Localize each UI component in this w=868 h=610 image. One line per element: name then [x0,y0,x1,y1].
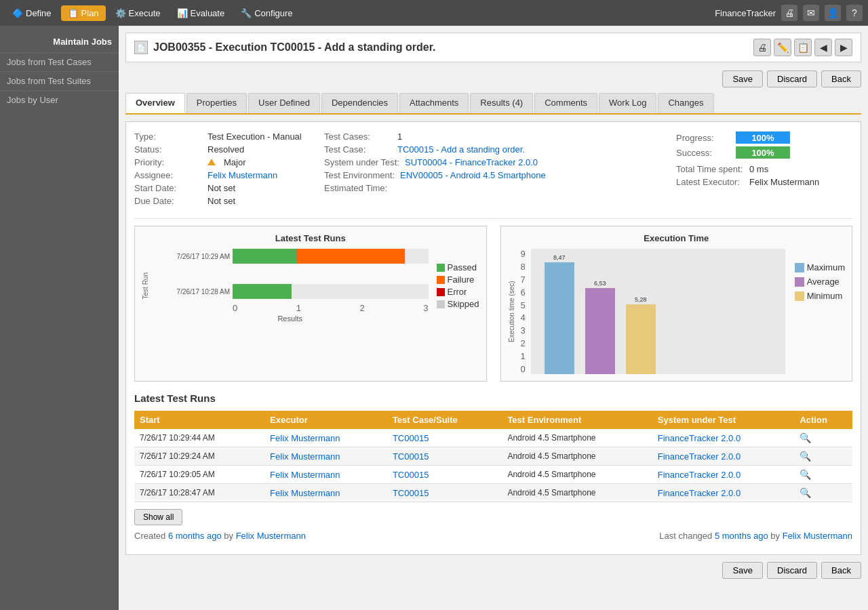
last-changed-time-link[interactable]: 5 months ago [715,531,768,541]
latest-executor-value: Felix Mustermann [749,177,819,187]
edit-button[interactable]: ✏️ [774,39,791,56]
legend-skipped: Skipped [437,299,479,309]
exec-y-ticks: 9876543210 [521,249,527,374]
testcase-link-2[interactable]: TC00015 [393,470,429,480]
col-start: Start [134,411,264,429]
bottom-back-button[interactable]: Back [821,562,861,579]
testcase-link-0[interactable]: TC00015 [393,433,429,443]
start-date-label: Start Date: [134,183,202,193]
execution-time-chart: Execution Time Execution time (sec) 9876… [500,226,853,382]
top-right-area: FinanceTracker 🖨 ✉ 👤 ? [715,5,863,21]
tab-results[interactable]: Results (4) [470,93,533,113]
bar-avg-fill [585,288,615,374]
created-user-link[interactable]: Felix Mustermann [236,531,306,541]
sut-value[interactable]: SUT00004 - FinanceTracker 2.0.0 [405,157,538,167]
bar-failure-1 [297,249,405,264]
sidebar-item-jobs-from-test-suites[interactable]: Jobs from Test Suites [0,71,119,90]
sut-link-0[interactable]: FinanceTracker 2.0.0 [658,433,741,443]
test-cases-value: 1 [397,131,402,142]
latest-test-runs-chart: Latest Test Runs Test Run 7/26/17 10:29 … [134,226,487,382]
cell-executor-3: Felix Mustermann [264,484,387,502]
view-icon-2[interactable]: 🔍 [800,469,811,480]
tab-properties[interactable]: Properties [186,93,247,113]
cell-start-2: 7/26/17 10:29:05 AM [134,466,264,484]
nav-configure[interactable]: 🔧 Configure [234,5,299,21]
back-arrow-icon[interactable]: ◀ [814,39,832,56]
legend-failure-color [437,276,445,284]
view-icon-0[interactable]: 🔍 [800,432,811,443]
progress-label: Progress: [676,133,730,143]
forward-arrow-icon[interactable]: ▶ [835,39,852,56]
tab-changes[interactable]: Changes [658,93,713,113]
cell-executor-2: Felix Mustermann [264,466,387,484]
tab-comments[interactable]: Comments [534,93,597,113]
page-header: 📄 JOB00355 - Execution TC00015 - Add a s… [125,33,861,62]
copy-button[interactable]: 📋 [794,39,812,56]
back-button[interactable]: Back [821,70,861,87]
test-case-value[interactable]: TC00015 - Add a standing order. [397,144,525,155]
executor-link-1[interactable]: Felix Mustermann [270,451,340,462]
job-icon: 📄 [134,41,148,54]
last-changed-user-link[interactable]: Felix Mustermann [783,531,852,541]
nav-evaluate[interactable]: 📊 Evaluate [170,5,232,21]
bar-label-1: 7/26/17 10:29 AM [152,253,230,260]
sut-link-2[interactable]: FinanceTracker 2.0.0 [658,470,741,480]
success-label: Success: [676,148,730,158]
view-icon-1[interactable]: 🔍 [800,451,811,462]
sidebar: Maintain Jobs Jobs from Test Cases Jobs … [0,26,119,610]
tab-dependencies[interactable]: Dependencies [321,93,398,113]
cell-sut-1: FinanceTracker 2.0.0 [652,447,795,466]
bottom-action-bar: Save Discard Back [125,555,861,584]
user-icon[interactable]: 👤 [825,5,841,21]
tab-work-log[interactable]: Work Log [599,93,656,113]
success-bar: 100% [736,146,790,159]
exec-legend-avg-color [795,277,804,287]
sidebar-item-jobs-from-test-cases[interactable]: Jobs from Test Cases [0,52,119,71]
tab-overview[interactable]: Overview [125,93,185,113]
nav-plan[interactable]: 📋 Plan [61,5,106,21]
right-info-column: Progress: 100% Success: 100% Total Time … [676,130,852,207]
show-all-button[interactable]: Show all [134,509,182,525]
due-date-value: Not set [208,196,235,206]
exec-legend-max-color [795,263,804,272]
exec-legend-min: Minimum [795,291,845,301]
estimated-time-label: Estimated Time: [324,183,392,193]
priority-label: Priority: [134,157,202,167]
executor-link-3[interactable]: Felix Mustermann [270,488,340,498]
sut-link-1[interactable]: FinanceTracker 2.0.0 [658,451,741,462]
charts-section: Latest Test Runs Test Run 7/26/17 10:29 … [134,218,852,382]
testcase-link-1[interactable]: TC00015 [393,451,429,462]
bar-label-2: 7/26/17 10:28 AM [152,288,230,296]
configure-icon: 🔧 [241,8,252,18]
top-navigation: 🔷 Define 📋 Plan ⚙️ Execute 📊 Evaluate 🔧 … [0,0,868,26]
nav-define[interactable]: 🔷 Define [5,5,58,21]
testcase-link-3[interactable]: TC00015 [393,488,429,498]
print-icon[interactable]: 🖨 [781,5,797,21]
sut-link-3[interactable]: FinanceTracker 2.0.0 [658,488,741,498]
total-time-value: 0 ms [749,164,768,174]
help-icon[interactable]: ? [846,5,863,21]
view-icon-3[interactable]: 🔍 [800,487,811,498]
save-button[interactable]: Save [722,70,763,87]
test-runs-chart-title: Latest Test Runs [142,233,479,243]
sidebar-item-jobs-by-user[interactable]: Jobs by User [0,90,119,109]
bar-max-fill [545,262,574,374]
assignee-value[interactable]: Felix Mustermann [208,170,277,180]
print-button[interactable]: 🖨 [753,39,771,56]
execute-icon: ⚙️ [115,8,126,18]
cell-testenv-3: Android 4.5 Smartphone [502,484,652,502]
executor-link-0[interactable]: Felix Mustermann [270,433,340,443]
test-env-value[interactable]: ENV00005 - Android 4.5 Smartphone [400,170,546,180]
discard-button[interactable]: Discard [767,70,817,87]
bottom-save-button[interactable]: Save [722,562,763,579]
tab-user-defined[interactable]: User Defined [248,93,320,113]
executor-link-2[interactable]: Felix Mustermann [270,470,340,480]
nav-execute[interactable]: ⚙️ Execute [108,5,167,21]
bottom-discard-button[interactable]: Discard [767,562,817,579]
col-test-env: Test Environment [502,411,652,429]
tab-attachments[interactable]: Attachments [399,93,469,113]
sidebar-title: Maintain Jobs [0,31,119,52]
cell-sut-2: FinanceTracker 2.0.0 [652,466,795,484]
created-time-link[interactable]: 6 months ago [168,531,222,541]
mail-icon[interactable]: ✉ [803,5,819,21]
